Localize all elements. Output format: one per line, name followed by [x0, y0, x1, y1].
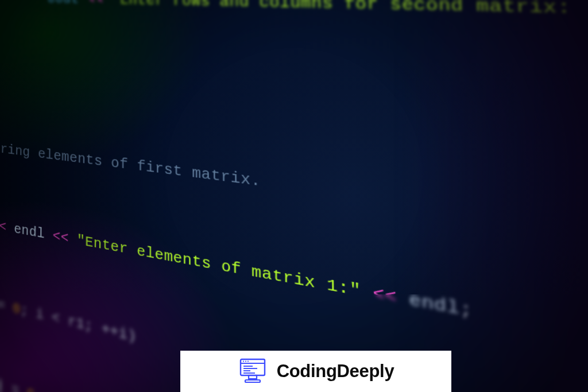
- brand-logo-icon: [238, 358, 268, 385]
- screen-background: cout << "Enter rows and columns for seco…: [0, 0, 588, 392]
- code-editor-content: cout << "Enter rows and columns for seco…: [0, 0, 588, 392]
- brand-name: CodingDeeply: [277, 361, 394, 382]
- svg-rect-10: [245, 380, 260, 382]
- code-line: cout << "Enter rows and columns for seco…: [0, 0, 588, 73]
- watermark-banner: CodingDeeply: [180, 351, 451, 392]
- svg-point-2: [243, 360, 244, 362]
- svg-point-4: [247, 360, 249, 362]
- svg-point-3: [245, 360, 246, 362]
- svg-rect-9: [249, 375, 257, 379]
